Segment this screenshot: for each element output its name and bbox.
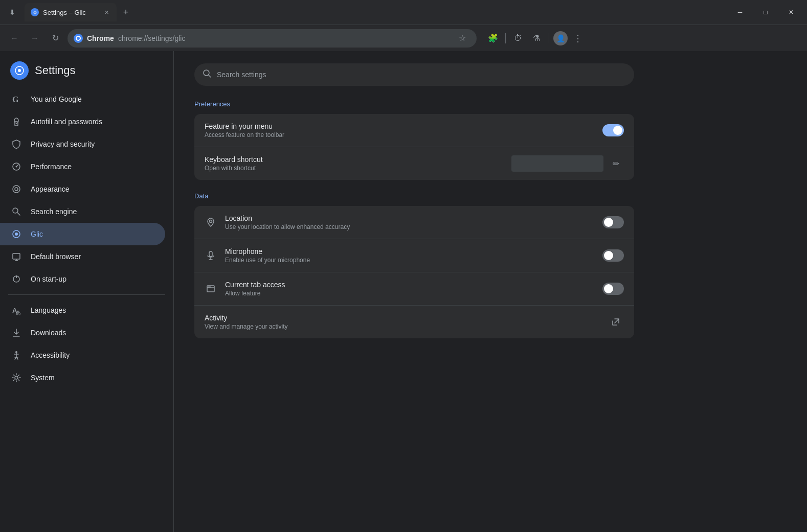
toggle-thumb <box>613 126 622 135</box>
toolbar-divider <box>505 33 506 43</box>
tab-title: Settings – Glic <box>43 9 98 16</box>
microphone-action <box>602 249 624 262</box>
keyboard-shortcut-title: Keyboard shortcut <box>205 155 503 164</box>
on-startup-icon <box>10 273 23 285</box>
performance-icon <box>10 160 23 173</box>
location-title: Location <box>225 214 594 222</box>
feature-menu-toggle[interactable] <box>602 124 624 136</box>
you-and-google-icon: G <box>10 93 23 105</box>
keyboard-shortcut-action: ✏ <box>511 155 624 172</box>
address-bar[interactable]: Chrome chrome://settings/glic ☆ <box>68 29 477 48</box>
keyboard-shortcut-edit-button[interactable]: ✏ <box>608 155 624 172</box>
location-text: Location Use your location to allow enha… <box>225 214 594 230</box>
active-tab[interactable]: ⚙ Settings – Glic ✕ <box>25 3 117 21</box>
sidebar-item-label: Accessibility <box>31 351 70 359</box>
sidebar-item-you-and-google[interactable]: G You and Google <box>0 88 165 110</box>
microphone-toggle[interactable] <box>602 249 624 262</box>
svg-point-11 <box>15 188 18 191</box>
settings-header: Settings <box>0 55 173 88</box>
toggle-thumb <box>604 218 613 227</box>
autofill-icon <box>10 115 23 128</box>
settings-logo-icon <box>10 61 29 80</box>
system-icon <box>10 372 23 384</box>
location-toggle[interactable] <box>602 216 624 228</box>
privacy-icon <box>10 138 23 150</box>
settings-title: Settings <box>35 64 76 77</box>
address-brand-label: Chrome <box>87 34 114 42</box>
current-tab-toggle[interactable] <box>602 283 624 295</box>
svg-rect-16 <box>13 253 20 259</box>
reload-button[interactable]: ↻ <box>47 30 63 47</box>
activity-row: Activity View and manage your activity <box>194 306 634 338</box>
current-tab-text: Current tab access Allow feature <box>225 281 594 297</box>
keyboard-shortcut-subtitle: Open with shortcut <box>205 165 503 172</box>
back-button[interactable]: ← <box>6 30 23 47</box>
feature-menu-row: Feature in your menu Access feature on t… <box>194 114 634 147</box>
default-browser-icon <box>10 250 23 263</box>
sidebar-item-languages[interactable]: A あ Languages <box>0 299 165 321</box>
keyboard-shortcut-input[interactable] <box>511 155 603 172</box>
keyboard-shortcut-text: Keyboard shortcut Open with shortcut <box>205 155 503 172</box>
microphone-icon <box>205 249 217 262</box>
extensions-icon[interactable]: 🧩 <box>485 30 501 47</box>
menu-button[interactable]: ⋮ <box>570 30 586 47</box>
new-tab-button[interactable]: + <box>119 5 133 19</box>
sidebar-item-accessibility[interactable]: Accessibility <box>0 344 165 366</box>
search-bar[interactable] <box>194 63 634 86</box>
svg-rect-34 <box>208 286 211 288</box>
address-right-icons: ☆ <box>454 30 470 47</box>
search-icon <box>203 69 212 81</box>
svg-line-27 <box>209 75 211 77</box>
sidebar-item-downloads[interactable]: Downloads <box>0 321 165 344</box>
location-subtitle: Use your location to allow enhanced accu… <box>225 223 594 230</box>
sidebar-item-appearance[interactable]: Appearance <box>0 178 165 200</box>
microphone-text: Microphone Enable use of your microphone <box>225 247 594 264</box>
sidebar-item-autofill[interactable]: Autofill and passwords <box>0 110 165 133</box>
languages-icon: A あ <box>10 304 23 316</box>
preferences-card: Feature in your menu Access feature on t… <box>194 114 634 180</box>
svg-point-25 <box>15 376 18 379</box>
bookmark-icon[interactable]: ☆ <box>454 30 470 47</box>
lab-icon[interactable]: ⚗ <box>528 30 545 47</box>
sidebar-item-system[interactable]: System <box>0 366 165 389</box>
sidebar-item-glic[interactable]: Glic <box>0 223 165 245</box>
activity-text: Activity View and manage your activity <box>205 314 599 330</box>
microphone-title: Microphone <box>225 247 594 256</box>
feature-menu-action <box>602 124 624 136</box>
sidebar-item-default-browser[interactable]: Default browser <box>0 245 165 268</box>
svg-point-10 <box>13 186 20 193</box>
current-tab-row: Current tab access Allow feature <box>194 272 634 306</box>
tab-favicon-icon: ⚙ <box>31 8 39 16</box>
sidebar-item-label: Glic <box>31 230 43 238</box>
downloads-icon <box>10 327 23 339</box>
svg-point-7 <box>16 123 17 124</box>
sidebar-item-performance[interactable]: Performance <box>0 155 165 178</box>
forward-button[interactable]: → <box>27 30 43 47</box>
sidebar-item-on-startup[interactable]: On start-up <box>0 268 165 290</box>
page-back-nav-btn[interactable]: ⬇ <box>4 4 20 20</box>
svg-rect-29 <box>209 251 212 257</box>
preferences-section-title: Preferences <box>194 100 787 108</box>
address-favicon-icon <box>74 34 83 43</box>
sidebar-item-label: You and Google <box>31 95 82 103</box>
svg-point-28 <box>210 220 212 223</box>
sidebar-item-search-engine[interactable]: Search engine <box>0 200 165 223</box>
close-button[interactable]: ✕ <box>779 4 803 20</box>
toolbar-divider-2 <box>549 33 549 43</box>
svg-line-13 <box>17 213 20 215</box>
search-input[interactable] <box>217 71 626 79</box>
sidebar-item-label: System <box>31 374 55 382</box>
activity-external-link-button[interactable] <box>608 314 624 330</box>
minimize-button[interactable]: ─ <box>728 4 752 20</box>
location-row: Location Use your location to allow enha… <box>194 206 634 239</box>
titlebar-left: ⬇ <box>4 4 20 20</box>
maximize-button[interactable]: □ <box>754 4 777 20</box>
sidebar-item-label: Languages <box>31 306 66 314</box>
content-area: Preferences Feature in your menu Access … <box>174 51 807 532</box>
profile-button[interactable]: 👤 <box>553 31 568 45</box>
toggle-thumb <box>604 284 613 293</box>
sidebar-item-privacy[interactable]: Privacy and security <box>0 133 165 155</box>
history-icon[interactable]: ⏱ <box>510 30 526 47</box>
titlebar: ⬇ ⚙ Settings – Glic ✕ + ─ □ ✕ <box>0 0 807 25</box>
tab-close-button[interactable]: ✕ <box>102 8 110 16</box>
